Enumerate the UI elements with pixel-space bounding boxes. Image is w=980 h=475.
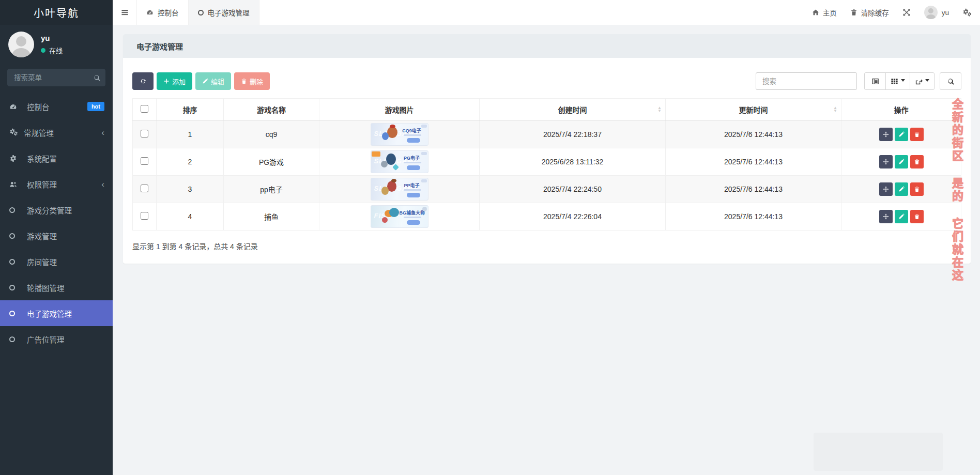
delete-row-button[interactable] <box>910 155 924 168</box>
cell-sort: 3 <box>157 176 224 203</box>
cell-updated: 2025/7/6 12:44:13 <box>666 203 841 231</box>
cell-created: 2025/7/4 22:18:37 <box>480 121 666 148</box>
row-checkbox[interactable] <box>141 157 148 165</box>
user-status-label: 在线 <box>49 45 63 55</box>
tab-label: 控制台 <box>158 7 179 18</box>
col-updated-time[interactable]: 更新时间▲▼ <box>666 99 841 121</box>
export-icon <box>915 78 923 85</box>
view-button-group <box>864 72 935 90</box>
move-row-button[interactable] <box>879 210 893 223</box>
settings-button[interactable] <box>962 8 973 17</box>
refresh-button[interactable] <box>132 72 154 90</box>
edit-row-button[interactable] <box>895 155 908 168</box>
menu-search-icon[interactable] <box>93 73 101 82</box>
sidebar-item-carousel-management[interactable]: 轮播图管理 <box>0 274 113 300</box>
cell-sort: 4 <box>157 203 224 231</box>
caret-down-icon <box>925 79 929 84</box>
sidebar-item-console[interactable]: 控制台 hot <box>0 94 113 119</box>
columns-button[interactable] <box>885 72 910 90</box>
sidebar-item-permission-management[interactable]: 权限管理 <box>0 171 113 197</box>
sidebar-item-room-management[interactable]: 房间管理 <box>0 249 113 274</box>
pagination-toggle-button[interactable] <box>864 72 886 90</box>
home-icon <box>812 9 819 16</box>
sidebar-item-label: 常规管理 <box>24 127 54 138</box>
search-toggle-button[interactable] <box>940 72 961 90</box>
chevron-left-icon <box>101 180 104 189</box>
table-search-input[interactable] <box>756 72 857 90</box>
move-icon <box>883 131 889 137</box>
home-link[interactable]: 主页 <box>812 7 837 18</box>
hamburger-menu-icon[interactable] <box>113 0 136 25</box>
cell-game-name: PG游戏 <box>224 148 319 176</box>
game-banner-image: FISH BG捕鱼大师 <box>371 205 428 228</box>
sidebar-item-electronic-game-management[interactable]: 电子游戏管理 <box>0 300 113 326</box>
panel: 电子游戏管理 添加 编辑 删除 <box>123 34 971 264</box>
edit-row-button[interactable] <box>895 210 908 223</box>
game-banner-image: SLOT GAME CQ9电子 <box>371 123 428 146</box>
brand-logo[interactable]: 小叶导航 <box>0 0 113 25</box>
cell-game-image: SLOT GAME PP电子 <box>319 176 480 203</box>
sidebar-item-label: 广告位管理 <box>27 334 65 345</box>
export-button[interactable] <box>910 72 935 90</box>
main-column: 控制台 电子游戏管理 主页 清除缓存 <box>113 0 980 475</box>
select-all-checkbox[interactable] <box>141 105 148 113</box>
sidebar: 小叶导航 yu 在线 控制台 hot 常规管理 <box>0 0 113 475</box>
move-row-button[interactable] <box>879 155 893 168</box>
delete-row-button[interactable] <box>910 210 924 223</box>
table-row: 2 PG游戏 SLOT GAME PG电子 <box>133 148 961 176</box>
sidebar-item-system-config[interactable]: 系统配置 <box>0 145 113 171</box>
row-checkbox[interactable] <box>141 130 148 137</box>
circle-o-icon <box>9 259 22 265</box>
cell-updated: 2025/7/6 12:44:13 <box>666 176 841 203</box>
tab-electronic-game-management[interactable]: 电子游戏管理 <box>189 0 259 25</box>
sidebar-item-ad-slot-management[interactable]: 广告位管理 <box>0 326 113 352</box>
move-row-button[interactable] <box>879 128 893 141</box>
table-header-row: 排序 游戏名称 游戏图片 创建时间▲▼ 更新时间▲▼ 操作 <box>133 99 961 121</box>
caret-down-icon <box>901 79 905 84</box>
row-checkbox[interactable] <box>141 185 148 192</box>
cell-created: 2025/7/4 22:24:50 <box>480 176 666 203</box>
user-menu[interactable]: yu <box>924 6 949 19</box>
table-row: 4 捕鱼 FISH BG捕鱼大师 <box>133 203 961 231</box>
chevron-left-icon <box>101 128 104 137</box>
row-checkbox[interactable] <box>141 212 148 220</box>
user-avatar <box>8 32 34 57</box>
delete-row-button[interactable] <box>910 182 924 196</box>
delete-button[interactable]: 删除 <box>234 72 270 90</box>
toolbar-right <box>756 72 961 90</box>
hot-badge: hot <box>87 102 104 111</box>
table-toolbar: 添加 编辑 删除 <box>132 72 961 90</box>
circle-o-icon <box>198 10 204 16</box>
fullscreen-button[interactable] <box>902 8 911 17</box>
table-row: 3 pp电子 SLOT GAME PP电子 <box>133 176 961 203</box>
content-area: 电子游戏管理 添加 编辑 删除 <box>113 25 980 475</box>
edit-row-button[interactable] <box>895 128 908 141</box>
move-icon <box>883 159 889 165</box>
clear-cache-link[interactable]: 清除缓存 <box>850 7 889 18</box>
sidebar-item-game-management[interactable]: 游戏管理 <box>0 223 113 249</box>
sidebar-item-label: 电子游戏管理 <box>27 308 72 319</box>
tab-console[interactable]: 控制台 <box>136 0 189 25</box>
col-created-time[interactable]: 创建时间▲▼ <box>480 99 666 121</box>
add-button[interactable]: 添加 <box>157 72 192 90</box>
record-summary: 显示第 1 到第 4 条记录，总共 4 条记录 <box>132 241 961 251</box>
col-game-image: 游戏图片 <box>319 99 480 121</box>
list-view-icon <box>871 78 879 85</box>
sidebar-search <box>7 69 105 86</box>
edit-row-button[interactable] <box>895 182 908 196</box>
menu-search-input[interactable] <box>7 69 105 86</box>
sidebar-item-general-management[interactable]: 常规管理 <box>0 119 113 145</box>
table-row: 1 cq9 SLOT GAME CQ9电子 <box>133 121 961 148</box>
game-banner-image: SLOT GAME PG电子 <box>371 150 428 173</box>
pencil-icon <box>898 213 905 220</box>
user-avatar <box>924 6 938 19</box>
sidebar-item-game-category-management[interactable]: 游戏分类管理 <box>0 197 113 223</box>
pencil-icon <box>202 78 208 84</box>
edit-button[interactable]: 编辑 <box>195 72 231 90</box>
grid-columns-icon <box>891 78 898 85</box>
gear-icon <box>9 155 22 162</box>
delete-row-button[interactable] <box>910 128 924 141</box>
plus-icon <box>163 78 170 84</box>
cell-sort: 1 <box>157 121 224 148</box>
move-row-button[interactable] <box>879 182 893 196</box>
